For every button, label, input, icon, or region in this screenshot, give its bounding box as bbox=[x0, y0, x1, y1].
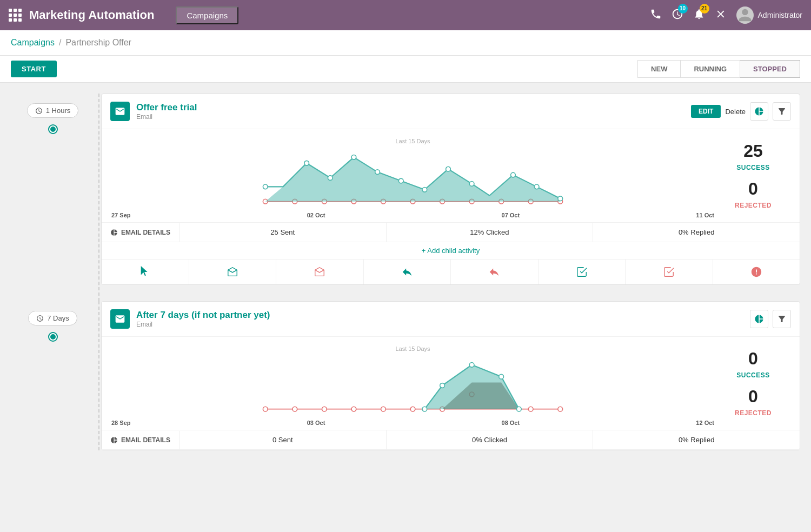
clicked-stat-1: 12% Clicked bbox=[387, 223, 594, 242]
tab-running[interactable]: RUNNING bbox=[681, 60, 740, 78]
svg-point-41 bbox=[499, 374, 504, 379]
filter-button-2[interactable] bbox=[773, 310, 791, 328]
email-details-label-2: EMAIL DETAILS bbox=[121, 436, 170, 444]
date2-4: 12 Oct bbox=[696, 420, 714, 426]
chart-label-1: Last 15 Days bbox=[393, 138, 432, 144]
svg-marker-37 bbox=[424, 365, 519, 409]
bell-icon[interactable]: 21 bbox=[693, 8, 705, 23]
tab-new[interactable]: NEW bbox=[637, 60, 681, 78]
date-4: 11 Oct bbox=[696, 212, 714, 218]
svg-point-18 bbox=[398, 178, 403, 183]
card-subtitle-1: Email bbox=[136, 113, 691, 121]
time-badge-2: 7 Days bbox=[28, 311, 77, 325]
email-icon-2 bbox=[110, 309, 130, 329]
timeline-line-2 bbox=[98, 301, 99, 450]
timeline-dot-2 bbox=[49, 333, 57, 341]
card-title-2: After 7 days (if not partner yet) bbox=[136, 310, 750, 321]
svg-point-14 bbox=[304, 161, 309, 165]
replied-stat-1: 0% Replied bbox=[593, 223, 800, 242]
breadcrumb-campaigns[interactable]: Campaigns bbox=[11, 38, 55, 48]
child-icons-1 bbox=[102, 260, 800, 284]
svg-point-17 bbox=[375, 170, 380, 175]
chart-container-2: Last 15 Days bbox=[110, 345, 715, 421]
svg-point-23 bbox=[534, 184, 539, 189]
close-icon[interactable] bbox=[715, 8, 727, 23]
timeline-line bbox=[98, 94, 99, 301]
svg-point-19 bbox=[422, 187, 427, 192]
email-details-btn-2[interactable]: EMAIL DETAILS bbox=[102, 431, 180, 449]
timeline-dot-1 bbox=[49, 125, 57, 133]
delay-label-2: 7 Days bbox=[47, 314, 69, 322]
add-child-activity-1[interactable]: + Add child activity bbox=[102, 242, 800, 260]
card-actions-1: EDIT Delete bbox=[691, 102, 791, 121]
chart-dates-2: 28 Sep 03 Oct 08 Oct 12 Oct bbox=[110, 420, 715, 426]
activity-row-1: 1 Hours Offer free trial Email EDIT Dele… bbox=[11, 94, 800, 285]
svg-point-34 bbox=[528, 407, 533, 411]
card-subtitle-2: Email bbox=[136, 321, 750, 328]
child-icon-email-open[interactable] bbox=[189, 260, 277, 284]
email-details-label-1: EMAIL DETAILS bbox=[121, 229, 170, 236]
grid-menu-icon[interactable] bbox=[9, 9, 22, 22]
svg-point-20 bbox=[446, 167, 451, 171]
svg-point-13 bbox=[263, 184, 268, 189]
avatar bbox=[736, 6, 754, 24]
svg-point-31 bbox=[410, 407, 415, 411]
delay-label-1: 1 Hours bbox=[46, 107, 71, 115]
card-chart-1: Last 15 Days bbox=[102, 129, 800, 223]
delete-button-1[interactable]: Delete bbox=[725, 108, 746, 116]
child-icon-error[interactable] bbox=[713, 260, 800, 284]
edit-button-1[interactable]: EDIT bbox=[691, 105, 721, 118]
breadcrumb-separator: / bbox=[59, 38, 61, 48]
success-value-2: 0 bbox=[748, 350, 758, 367]
bell-badge: 21 bbox=[700, 4, 709, 14]
filter-button-1[interactable] bbox=[773, 102, 791, 121]
svg-point-38 bbox=[422, 407, 427, 411]
svg-point-35 bbox=[558, 407, 563, 411]
nav-icons: 10 21 Administrator bbox=[650, 6, 802, 24]
chart-label-2: Last 15 Days bbox=[393, 345, 432, 352]
child-icon-no-reply[interactable] bbox=[451, 260, 539, 284]
email-details-btn-1[interactable]: EMAIL DETAILS bbox=[102, 223, 180, 242]
start-button[interactable]: START bbox=[11, 61, 57, 77]
rejected-label-1: REJECTED bbox=[735, 202, 772, 209]
chart-dates-1: 27 Sep 02 Oct 07 Oct 11 Oct bbox=[110, 212, 715, 218]
chart-stats-1: 25 SUCCESS 0 REJECTED bbox=[715, 138, 791, 214]
card-actions-2 bbox=[750, 310, 791, 328]
child-icon-cursor[interactable] bbox=[102, 260, 189, 284]
svg-point-15 bbox=[328, 176, 333, 181]
svg-point-28 bbox=[322, 407, 327, 411]
child-icon-email-not-open[interactable] bbox=[276, 260, 364, 284]
card-title-block-1: Offer free trial Email bbox=[136, 102, 691, 121]
date2-1: 28 Sep bbox=[111, 420, 130, 426]
campaigns-nav-button[interactable]: Campaigns bbox=[176, 6, 238, 24]
chart-svg-2 bbox=[110, 353, 715, 418]
card-header-1: Offer free trial Email EDIT Delete bbox=[102, 94, 800, 129]
rejected-value-1: 0 bbox=[748, 180, 758, 197]
svg-point-39 bbox=[440, 383, 445, 388]
svg-point-42 bbox=[517, 407, 522, 411]
child-icon-click[interactable] bbox=[539, 260, 626, 284]
svg-point-26 bbox=[263, 407, 268, 411]
clock-icon[interactable]: 10 bbox=[672, 8, 683, 23]
pie-chart-button-1[interactable] bbox=[750, 102, 768, 121]
date2-2: 03 Oct bbox=[307, 420, 325, 426]
timeline-left-1: 1 Hours bbox=[11, 94, 95, 133]
pie-chart-button-2[interactable] bbox=[750, 310, 768, 328]
svg-point-30 bbox=[381, 407, 386, 411]
tab-stopped[interactable]: STOPPED bbox=[740, 60, 800, 78]
svg-point-27 bbox=[293, 407, 297, 411]
activity-card-2: After 7 days (if not partner yet) Email … bbox=[101, 301, 800, 450]
phone-icon[interactable] bbox=[650, 8, 662, 23]
child-icon-no-click[interactable] bbox=[626, 260, 713, 284]
card-header-2: After 7 days (if not partner yet) Email bbox=[102, 302, 800, 337]
email-details-bar-1: EMAIL DETAILS 25 Sent 12% Clicked 0% Rep… bbox=[102, 223, 800, 242]
svg-point-29 bbox=[351, 407, 356, 411]
child-icon-reply[interactable] bbox=[364, 260, 451, 284]
replied-stat-2: 0% Replied bbox=[593, 430, 800, 449]
user-menu[interactable]: Administrator bbox=[736, 6, 802, 24]
breadcrumb-current: Partnership Offer bbox=[65, 38, 131, 48]
sent-stat-1: 25 Sent bbox=[180, 223, 387, 242]
time-badge-1: 1 Hours bbox=[27, 103, 79, 118]
breadcrumb: Campaigns / Partnership Offer bbox=[0, 30, 811, 56]
app-title: Marketing Automation bbox=[29, 8, 154, 22]
